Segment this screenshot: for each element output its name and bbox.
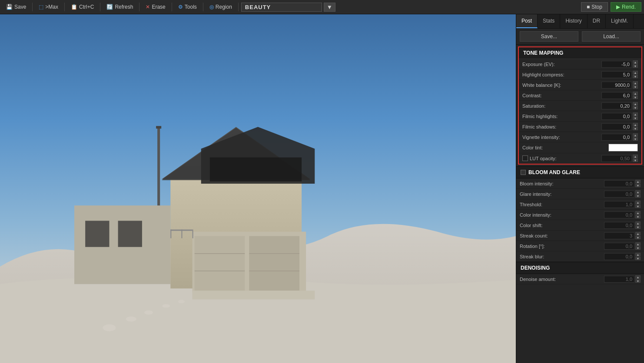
viewport-background: [0, 14, 516, 363]
threshold-up[interactable]: ▲: [635, 201, 641, 204]
svg-rect-9: [210, 158, 302, 182]
highlight-up[interactable]: ▲: [633, 71, 638, 74]
vignette-input[interactable]: [601, 134, 632, 141]
color-shift-down[interactable]: ▼: [635, 225, 641, 229]
color-intensity-value-container: ▲ ▼: [601, 211, 641, 218]
filmic-shadows-input[interactable]: [601, 123, 632, 130]
denoise-amount-down[interactable]: ▼: [635, 279, 641, 283]
color-shift-input[interactable]: [604, 222, 634, 229]
ctrlc-button[interactable]: 📋 Ctrl+C: [67, 3, 97, 11]
vignette-down[interactable]: ▼: [633, 137, 638, 141]
rotation-value-container: ▲ ▼: [601, 242, 641, 250]
filmic-shadows-down[interactable]: ▼: [633, 127, 638, 130]
highlight-compress-value-container: ▲ ▼: [599, 71, 638, 78]
rotation-up[interactable]: ▲: [635, 242, 641, 246]
threshold-input[interactable]: [604, 201, 634, 208]
streak-blur-up[interactable]: ▲: [635, 253, 641, 256]
bloom-intensity-input[interactable]: [604, 180, 634, 187]
highlight-compress-input[interactable]: [601, 71, 632, 78]
glare-intensity-up[interactable]: ▲: [635, 190, 641, 194]
color-intensity-up[interactable]: ▲: [635, 211, 641, 214]
tab-post[interactable]: Post: [516, 14, 538, 28]
saturation-up[interactable]: ▲: [633, 102, 638, 106]
white-balance-down[interactable]: ▼: [633, 85, 638, 89]
contrast-input[interactable]: [601, 92, 632, 99]
viewport[interactable]: [0, 14, 516, 363]
bloom-intensity-up[interactable]: ▲: [635, 180, 641, 183]
svg-rect-27: [193, 290, 315, 299]
glare-intensity-down[interactable]: ▼: [635, 194, 641, 198]
tab-dr[interactable]: DR: [588, 14, 606, 28]
lut-opacity-checkbox[interactable]: [522, 155, 528, 161]
white-balance-up[interactable]: ▲: [633, 81, 638, 85]
render-button[interactable]: ▶ Rend.: [611, 2, 641, 12]
vignette-up[interactable]: ▲: [633, 133, 638, 137]
exposure-up[interactable]: ▲: [633, 60, 638, 64]
saturation-input[interactable]: [601, 102, 632, 109]
filmic-highlights-up[interactable]: ▲: [633, 112, 638, 116]
lut-opacity-up[interactable]: ▲: [633, 155, 638, 158]
svg-point-22: [103, 324, 116, 331]
white-balance-input[interactable]: [601, 82, 632, 89]
highlight-spinner: ▲ ▼: [633, 71, 638, 78]
tab-history[interactable]: History: [560, 14, 587, 28]
separator-5: [172, 3, 172, 11]
bloom-intensity-label: Bloom intensity:: [520, 181, 601, 186]
denoise-amount-input[interactable]: [604, 276, 634, 283]
threshold-label: Threshold:: [520, 202, 601, 207]
erase-button[interactable]: ✕ Erase: [142, 3, 169, 11]
save-button-panel[interactable]: Save...: [520, 31, 578, 42]
denoise-amount-row: Denoise amount: ▲ ▼: [516, 274, 644, 284]
tab-stats[interactable]: Stats: [538, 14, 560, 28]
lut-opacity-input[interactable]: [601, 155, 632, 162]
color-intensity-input[interactable]: [604, 211, 634, 218]
saturation-value-container: ▲ ▼: [599, 102, 638, 109]
color-intensity-down[interactable]: ▼: [635, 215, 641, 218]
separator-3: [100, 3, 100, 11]
bloom-intensity-down[interactable]: ▼: [635, 184, 641, 187]
svg-rect-17: [249, 236, 299, 291]
filmic-highlights-input[interactable]: [601, 113, 632, 120]
streak-count-up[interactable]: ▲: [635, 232, 641, 235]
svg-rect-13: [170, 230, 171, 238]
bloom-glare-checkbox[interactable]: [521, 170, 526, 175]
streak-blur-down[interactable]: ▼: [635, 257, 641, 260]
glare-intensity-input[interactable]: [604, 191, 634, 198]
erase-label: Erase: [152, 4, 165, 10]
contrast-up[interactable]: ▲: [633, 92, 638, 95]
region-button[interactable]: ◎ Region: [206, 3, 236, 11]
panel-content[interactable]: TONE MAPPING Exposure (EV): ▲ ▼ Highligh…: [516, 45, 644, 363]
filmic-shadows-up[interactable]: ▲: [633, 123, 638, 126]
svg-point-23: [126, 317, 136, 322]
color-tint-swatch[interactable]: [608, 144, 638, 152]
contrast-down[interactable]: ▼: [633, 96, 638, 99]
streak-blur-input[interactable]: [604, 253, 634, 260]
highlight-down[interactable]: ▼: [633, 75, 638, 78]
streak-count-down[interactable]: ▼: [635, 236, 641, 239]
lut-opacity-down[interactable]: ▼: [633, 158, 638, 162]
render-name-dropdown[interactable]: ▼: [324, 3, 335, 12]
exposure-down[interactable]: ▼: [633, 64, 638, 68]
color-intensity-spinner: ▲ ▼: [635, 211, 641, 218]
stop-button[interactable]: ■ Stop: [581, 2, 608, 12]
save-button[interactable]: 💾 Save: [3, 3, 30, 11]
white-balance-label: White balance [K]:: [522, 82, 599, 88]
max-button[interactable]: ⬚ >Max: [35, 3, 62, 11]
exposure-input[interactable]: [601, 61, 632, 68]
saturation-down[interactable]: ▼: [633, 106, 638, 109]
color-shift-up[interactable]: ▲: [635, 221, 641, 225]
refresh-button[interactable]: 🔄 Refresh: [103, 3, 136, 11]
streak-count-label: Streak count:: [520, 233, 601, 238]
load-button-panel[interactable]: Load...: [582, 31, 641, 42]
denoise-amount-up[interactable]: ▲: [635, 275, 641, 279]
render-name-input[interactable]: [241, 3, 322, 12]
filmic-highlights-down[interactable]: ▼: [633, 116, 638, 120]
refresh-icon: 🔄: [106, 4, 113, 10]
rotation-input[interactable]: [604, 243, 634, 250]
region-icon: ◎: [209, 4, 214, 10]
tools-button[interactable]: ⚙ Tools: [175, 3, 200, 11]
tab-lightm[interactable]: LightM.: [606, 14, 634, 28]
streak-count-input[interactable]: [604, 232, 634, 239]
rotation-down[interactable]: ▼: [635, 246, 641, 250]
threshold-down[interactable]: ▼: [635, 205, 641, 208]
